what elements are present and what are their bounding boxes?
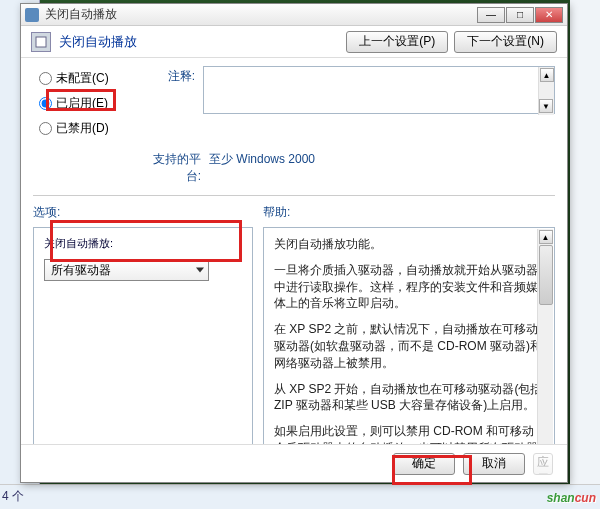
- help-text: 一旦将介质插入驱动器，自动播放就开始从驱动器中进行读取操作。这样，程序的安装文件…: [274, 262, 544, 312]
- radio-disabled-label: 已禁用(D): [56, 120, 109, 137]
- close-button[interactable]: ✕: [535, 7, 563, 23]
- platform-value: 至少 Windows 2000: [209, 151, 315, 185]
- minimize-button[interactable]: —: [477, 7, 505, 23]
- scrollbar-thumb[interactable]: [539, 245, 553, 305]
- divider: [33, 195, 555, 196]
- footer: 确定 取消 应用: [21, 444, 567, 482]
- maximize-button[interactable]: □: [506, 7, 534, 23]
- radio-enabled[interactable]: 已启用(E): [33, 95, 143, 112]
- comment-textarea[interactable]: [203, 66, 555, 114]
- help-text: 如果启用此设置，则可以禁用 CD-ROM 和可移动介质驱动器上的自动播放，也可以…: [274, 423, 544, 444]
- scrollbar-up[interactable]: ▲: [540, 68, 554, 82]
- help-text: 关闭自动播放功能。: [274, 236, 544, 253]
- bg-item-count: 4 个: [2, 488, 24, 505]
- options-box: 关闭自动播放: 所有驱动器: [33, 227, 253, 444]
- svg-rect-0: [36, 37, 46, 47]
- help-box: 关闭自动播放功能。 一旦将介质插入驱动器，自动播放就开始从驱动器中进行读取操作。…: [263, 227, 555, 444]
- radio-not-configured[interactable]: 未配置(C): [33, 70, 143, 87]
- platform-label: 支持的平台:: [143, 151, 209, 185]
- policy-icon: [31, 32, 51, 52]
- options-subtitle: 关闭自动播放:: [44, 236, 242, 251]
- drives-dropdown-value: 所有驱动器: [51, 262, 111, 279]
- policy-dialog: 关闭自动播放 — □ ✕ 关闭自动播放 上一个设置(P) 下一个设置(N) 未配…: [20, 3, 568, 483]
- window-title: 关闭自动播放: [45, 6, 477, 23]
- header: 关闭自动播放 上一个设置(P) 下一个设置(N): [21, 26, 567, 58]
- radio-enabled-input[interactable]: [39, 97, 52, 110]
- radio-not-configured-input[interactable]: [39, 72, 52, 85]
- titlebar: 关闭自动播放 — □ ✕: [21, 4, 567, 26]
- prev-setting-button[interactable]: 上一个设置(P): [346, 31, 448, 53]
- drives-dropdown[interactable]: 所有驱动器: [44, 259, 209, 281]
- apply-button[interactable]: 应用: [533, 453, 553, 475]
- state-radio-group: 未配置(C) 已启用(E) 已禁用(D): [33, 66, 143, 145]
- help-text: 从 XP SP2 开始，自动播放也在可移动驱动器(包括 ZIP 驱动器和某些 U…: [274, 381, 544, 415]
- help-label: 帮助:: [263, 204, 555, 221]
- next-setting-button[interactable]: 下一个设置(N): [454, 31, 557, 53]
- chevron-down-icon: [196, 268, 204, 273]
- app-icon: [25, 8, 39, 22]
- ok-button[interactable]: 确定: [393, 453, 455, 475]
- watermark: shancun: [547, 486, 596, 507]
- scrollbar-down[interactable]: ▼: [539, 99, 553, 113]
- radio-not-configured-label: 未配置(C): [56, 70, 109, 87]
- radio-disabled-input[interactable]: [39, 122, 52, 135]
- cancel-button[interactable]: 取消: [463, 453, 525, 475]
- comment-label: 注释:: [143, 66, 203, 85]
- policy-title: 关闭自动播放: [59, 33, 340, 51]
- options-label: 选项:: [33, 204, 253, 221]
- radio-enabled-label: 已启用(E): [56, 95, 108, 112]
- scrollbar-up[interactable]: ▲: [539, 230, 553, 244]
- help-text: 在 XP SP2 之前，默认情况下，自动播放在可移动驱动器(如软盘驱动器，而不是…: [274, 321, 544, 371]
- radio-disabled[interactable]: 已禁用(D): [33, 120, 143, 137]
